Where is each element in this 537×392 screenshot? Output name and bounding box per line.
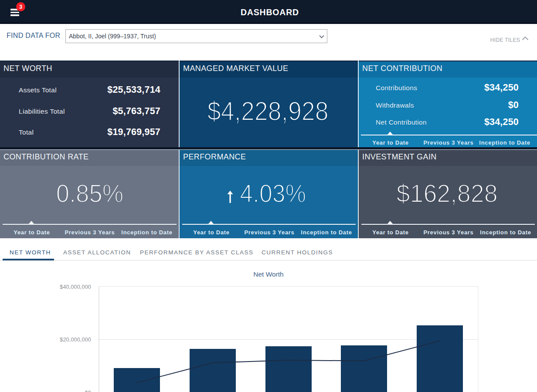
svg-text:$40,000,000: $40,000,000 (60, 284, 91, 290)
svg-text:$20,000,000: $20,000,000 (60, 337, 91, 343)
svg-text:$0: $0 (85, 390, 91, 392)
svg-text:Net Worth: Net Worth (253, 270, 284, 278)
